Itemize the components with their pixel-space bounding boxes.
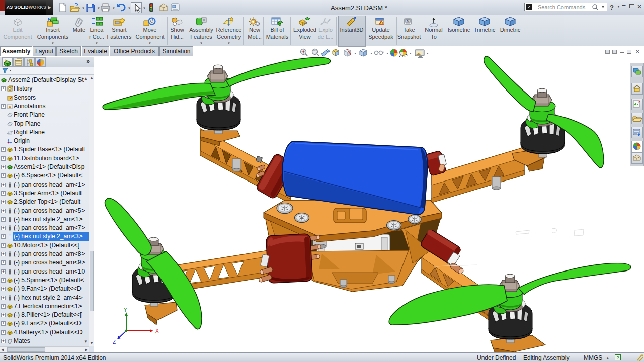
svg-text:A: A — [9, 104, 12, 109]
svg-text:X: X — [155, 328, 159, 334]
svg-text:!: ! — [380, 22, 381, 25]
svg-text:Z: Z — [113, 339, 116, 345]
svg-text:Y: Y — [124, 307, 127, 313]
svg-text:S: S — [407, 19, 409, 23]
